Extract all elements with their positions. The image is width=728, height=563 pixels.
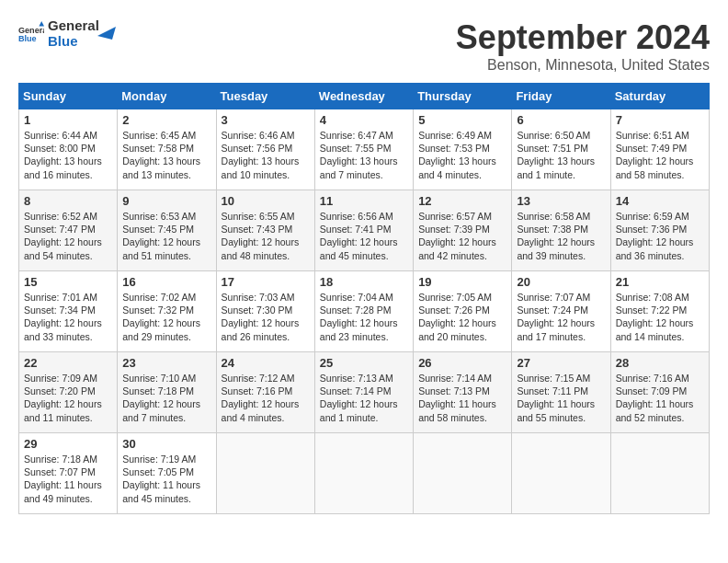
calendar-week-row: 15Sunrise: 7:01 AM Sunset: 7:34 PM Dayli… xyxy=(19,271,710,352)
logo-text-blue: Blue xyxy=(48,34,99,50)
calendar-cell: 24Sunrise: 7:12 AM Sunset: 7:16 PM Dayli… xyxy=(216,352,314,433)
calendar-cell: 8Sunrise: 6:52 AM Sunset: 7:47 PM Daylig… xyxy=(19,190,118,271)
calendar-cell: 27Sunrise: 7:15 AM Sunset: 7:11 PM Dayli… xyxy=(512,352,610,433)
day-info: Sunrise: 7:12 AM Sunset: 7:16 PM Dayligh… xyxy=(222,372,310,424)
day-info: Sunrise: 6:49 AM Sunset: 7:53 PM Dayligh… xyxy=(418,129,506,181)
calendar-cell xyxy=(610,433,709,514)
day-info: Sunrise: 6:50 AM Sunset: 7:51 PM Dayligh… xyxy=(517,129,605,181)
day-info: Sunrise: 6:44 AM Sunset: 8:00 PM Dayligh… xyxy=(24,129,112,181)
calendar-cell: 4Sunrise: 6:47 AM Sunset: 7:55 PM Daylig… xyxy=(314,109,413,190)
day-number: 12 xyxy=(418,194,506,208)
calendar-cell: 1Sunrise: 6:44 AM Sunset: 8:00 PM Daylig… xyxy=(19,109,118,190)
weekday-header-monday: Monday xyxy=(118,84,216,109)
day-number: 16 xyxy=(122,275,210,289)
day-number: 7 xyxy=(616,113,704,127)
logo-arrow-icon xyxy=(96,19,116,40)
day-info: Sunrise: 6:46 AM Sunset: 7:56 PM Dayligh… xyxy=(222,129,310,181)
calendar-cell: 23Sunrise: 7:10 AM Sunset: 7:18 PM Dayli… xyxy=(118,352,216,433)
day-info: Sunrise: 7:08 AM Sunset: 7:22 PM Dayligh… xyxy=(616,291,704,343)
day-info: Sunrise: 6:56 AM Sunset: 7:41 PM Dayligh… xyxy=(320,210,408,262)
calendar-cell: 19Sunrise: 7:05 AM Sunset: 7:26 PM Dayli… xyxy=(414,271,512,352)
day-number: 11 xyxy=(320,194,408,208)
weekday-header-sunday: Sunday xyxy=(19,84,118,109)
day-number: 15 xyxy=(24,275,112,289)
svg-marker-3 xyxy=(97,27,116,40)
day-info: Sunrise: 6:58 AM Sunset: 7:38 PM Dayligh… xyxy=(517,210,605,262)
day-number: 2 xyxy=(122,113,210,127)
weekday-header-wednesday: Wednesday xyxy=(314,84,413,109)
day-number: 26 xyxy=(418,356,506,370)
day-number: 13 xyxy=(517,194,605,208)
calendar-week-row: 1Sunrise: 6:44 AM Sunset: 8:00 PM Daylig… xyxy=(19,109,710,190)
calendar-cell: 14Sunrise: 6:59 AM Sunset: 7:36 PM Dayli… xyxy=(610,190,709,271)
day-info: Sunrise: 7:09 AM Sunset: 7:20 PM Dayligh… xyxy=(24,372,112,424)
weekday-header-thursday: Thursday xyxy=(414,84,512,109)
calendar-cell: 12Sunrise: 6:57 AM Sunset: 7:39 PM Dayli… xyxy=(414,190,512,271)
day-number: 19 xyxy=(418,275,506,289)
day-number: 20 xyxy=(517,275,605,289)
calendar-cell: 2Sunrise: 6:45 AM Sunset: 7:58 PM Daylig… xyxy=(118,109,216,190)
day-info: Sunrise: 6:52 AM Sunset: 7:47 PM Dayligh… xyxy=(24,210,112,262)
day-info: Sunrise: 7:10 AM Sunset: 7:18 PM Dayligh… xyxy=(122,372,210,424)
calendar-cell: 15Sunrise: 7:01 AM Sunset: 7:34 PM Dayli… xyxy=(19,271,118,352)
calendar-cell: 25Sunrise: 7:13 AM Sunset: 7:14 PM Dayli… xyxy=(314,352,413,433)
svg-text:General: General xyxy=(18,25,44,34)
calendar-cell xyxy=(314,433,413,514)
weekday-header-friday: Friday xyxy=(512,84,610,109)
day-info: Sunrise: 7:02 AM Sunset: 7:32 PM Dayligh… xyxy=(122,291,210,343)
day-number: 22 xyxy=(24,356,112,370)
calendar-week-row: 8Sunrise: 6:52 AM Sunset: 7:47 PM Daylig… xyxy=(19,190,710,271)
day-info: Sunrise: 7:05 AM Sunset: 7:26 PM Dayligh… xyxy=(418,291,506,343)
calendar-cell: 13Sunrise: 6:58 AM Sunset: 7:38 PM Dayli… xyxy=(512,190,610,271)
calendar-cell: 28Sunrise: 7:16 AM Sunset: 7:09 PM Dayli… xyxy=(610,352,709,433)
day-info: Sunrise: 7:03 AM Sunset: 7:30 PM Dayligh… xyxy=(222,291,310,343)
calendar-table: SundayMondayTuesdayWednesdayThursdayFrid… xyxy=(18,83,710,514)
day-info: Sunrise: 7:14 AM Sunset: 7:13 PM Dayligh… xyxy=(418,372,506,424)
calendar-cell xyxy=(414,433,512,514)
day-number: 8 xyxy=(24,194,112,208)
calendar-cell: 5Sunrise: 6:49 AM Sunset: 7:53 PM Daylig… xyxy=(414,109,512,190)
calendar-cell: 6Sunrise: 6:50 AM Sunset: 7:51 PM Daylig… xyxy=(512,109,610,190)
day-number: 17 xyxy=(222,275,310,289)
day-info: Sunrise: 7:04 AM Sunset: 7:28 PM Dayligh… xyxy=(320,291,408,343)
calendar-cell: 9Sunrise: 6:53 AM Sunset: 7:45 PM Daylig… xyxy=(118,190,216,271)
calendar-cell: 11Sunrise: 6:56 AM Sunset: 7:41 PM Dayli… xyxy=(314,190,413,271)
day-number: 1 xyxy=(24,113,112,127)
day-number: 30 xyxy=(122,437,210,451)
day-info: Sunrise: 7:18 AM Sunset: 7:07 PM Dayligh… xyxy=(24,453,112,505)
day-info: Sunrise: 7:16 AM Sunset: 7:09 PM Dayligh… xyxy=(616,372,704,424)
calendar-cell: 26Sunrise: 7:14 AM Sunset: 7:13 PM Dayli… xyxy=(414,352,512,433)
logo-text-general: General xyxy=(48,18,99,34)
weekday-header-row: SundayMondayTuesdayWednesdayThursdayFrid… xyxy=(19,84,710,109)
logo: General Blue General Blue xyxy=(18,18,116,49)
calendar-cell: 29Sunrise: 7:18 AM Sunset: 7:07 PM Dayli… xyxy=(19,433,118,514)
day-number: 18 xyxy=(320,275,408,289)
title-area: September 2024 Benson, Minnesota, United… xyxy=(456,18,710,74)
day-number: 25 xyxy=(320,356,408,370)
calendar-cell: 22Sunrise: 7:09 AM Sunset: 7:20 PM Dayli… xyxy=(19,352,118,433)
day-number: 4 xyxy=(320,113,408,127)
day-number: 5 xyxy=(418,113,506,127)
location-title: Benson, Minnesota, United States xyxy=(456,57,710,74)
day-info: Sunrise: 7:07 AM Sunset: 7:24 PM Dayligh… xyxy=(517,291,605,343)
day-info: Sunrise: 7:19 AM Sunset: 7:05 PM Dayligh… xyxy=(122,453,210,505)
day-info: Sunrise: 6:53 AM Sunset: 7:45 PM Dayligh… xyxy=(122,210,210,262)
header: General Blue General Blue September 2024… xyxy=(18,18,710,74)
day-number: 3 xyxy=(222,113,310,127)
day-info: Sunrise: 6:55 AM Sunset: 7:43 PM Dayligh… xyxy=(222,210,310,262)
calendar-cell: 20Sunrise: 7:07 AM Sunset: 7:24 PM Dayli… xyxy=(512,271,610,352)
calendar-cell: 18Sunrise: 7:04 AM Sunset: 7:28 PM Dayli… xyxy=(314,271,413,352)
month-title: September 2024 xyxy=(456,18,710,57)
calendar-cell: 17Sunrise: 7:03 AM Sunset: 7:30 PM Dayli… xyxy=(216,271,314,352)
svg-marker-2 xyxy=(39,21,44,27)
day-number: 10 xyxy=(222,194,310,208)
calendar-cell xyxy=(512,433,610,514)
calendar-cell: 16Sunrise: 7:02 AM Sunset: 7:32 PM Dayli… xyxy=(118,271,216,352)
weekday-header-tuesday: Tuesday xyxy=(216,84,314,109)
calendar-cell: 3Sunrise: 6:46 AM Sunset: 7:56 PM Daylig… xyxy=(216,109,314,190)
day-number: 14 xyxy=(616,194,704,208)
day-number: 9 xyxy=(122,194,210,208)
day-number: 6 xyxy=(517,113,605,127)
weekday-header-saturday: Saturday xyxy=(610,84,709,109)
calendar-cell: 10Sunrise: 6:55 AM Sunset: 7:43 PM Dayli… xyxy=(216,190,314,271)
